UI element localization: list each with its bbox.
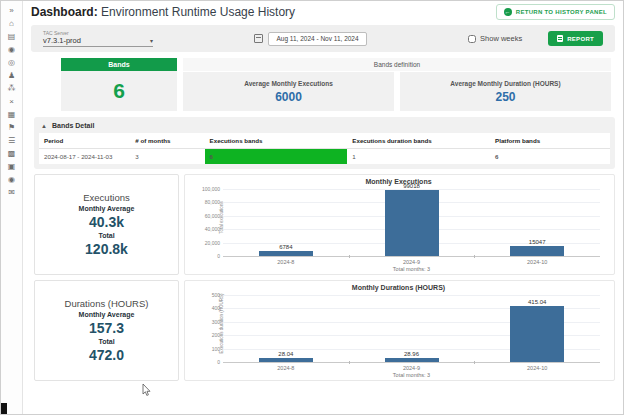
- monthly-executions-chart: Monthly Executions Total executions 020,…: [184, 174, 615, 275]
- page-title: Dashboard: Environment Runtime Usage His…: [31, 5, 295, 19]
- durations-total-value: 472.0: [89, 347, 124, 363]
- bar-2024-10: [510, 246, 564, 256]
- chevron-down-icon: ▾: [150, 37, 153, 44]
- expand-sidebar-icon[interactable]: »: [4, 4, 20, 17]
- chart-plot: 020,00040,00060,00080,000100,00067849901…: [223, 189, 600, 257]
- tac-server-value: v7.3.1-prod: [43, 36, 81, 45]
- users-icon[interactable]: ⁂: [4, 82, 20, 95]
- eye-icon[interactable]: ◉: [4, 173, 20, 186]
- report-button[interactable]: REPORT: [548, 31, 603, 46]
- bands-card-header: Bands: [61, 58, 177, 71]
- left-sidebar: »⌂▤◉◎♟⁂×▦⚑☰▩▣◉✉: [1, 1, 23, 414]
- avg-monthly-duration-label: Average Monthly Duration (HOURS): [450, 80, 560, 87]
- table-header-row: Period # of months Executions bands Exec…: [39, 133, 610, 149]
- grid-icon[interactable]: ▦: [4, 108, 20, 121]
- y-tick-label: 100: [212, 346, 220, 352]
- settings-icon[interactable]: ◎: [4, 56, 20, 69]
- avg-monthly-duration-card: Average Monthly Duration (HOURS) 250: [400, 72, 611, 111]
- chart-plot: 010020030040050028.0428.96415.04: [223, 295, 600, 363]
- home-icon[interactable]: ⌂: [4, 17, 20, 30]
- copy-icon[interactable]: ▣: [4, 160, 20, 173]
- cell-platform-bands: 6: [490, 149, 610, 165]
- y-tick-label: 500: [212, 292, 220, 298]
- bar-2024-10: [510, 306, 564, 362]
- x-tick-label: 2024-9: [403, 365, 420, 371]
- bands-detail-title: Bands Detail: [52, 122, 94, 129]
- durations-avg-label: Monthly Average: [79, 311, 135, 318]
- monthly-durations-chart: Monthly Durations (HOURS) Executions dur…: [184, 280, 615, 381]
- flag-icon[interactable]: ⚑: [4, 121, 20, 134]
- bar-value-label: 6784: [279, 244, 292, 250]
- bar-value-label: 415.04: [528, 299, 546, 305]
- executions-row: Executions Monthly Average 40.3k Total 1…: [34, 174, 615, 275]
- chart-x-axis: 2024-82024-92024-10Total months: 3: [223, 257, 600, 273]
- cell-period: 2024-08-17 - 2024-11-03: [39, 149, 130, 165]
- pie-icon[interactable]: ◉: [4, 43, 20, 56]
- col-platform-bands: Platform bands: [490, 133, 610, 149]
- bar-2024-8: [259, 358, 313, 362]
- chart-title: Monthly Durations (HOURS): [193, 284, 604, 295]
- chat-icon[interactable]: ✉: [4, 186, 20, 199]
- x-tick-label: 2024-10: [527, 365, 547, 371]
- y-tick-label: 300: [212, 319, 220, 325]
- bar-value-label: 28.96: [404, 351, 419, 357]
- tac-server-field: TAC Server v7.3.1-prod ▾: [43, 30, 153, 47]
- cell-executions-bands: 6: [205, 149, 348, 165]
- modules-icon[interactable]: ▩: [4, 147, 20, 160]
- bands-card: Bands 6: [61, 58, 177, 111]
- bar-value-label: 28.04: [278, 351, 293, 357]
- executions-title: Executions: [83, 192, 129, 203]
- list-icon[interactable]: ☰: [4, 134, 20, 147]
- document-icon[interactable]: ▤: [4, 30, 20, 43]
- show-weeks-group: Show weeks: [468, 34, 522, 43]
- report-button-label: REPORT: [567, 36, 594, 42]
- durations-title: Durations (HOURS): [65, 298, 149, 309]
- bands-detail-table: Period # of months Executions bands Exec…: [39, 133, 610, 164]
- calendar-icon[interactable]: [254, 34, 263, 43]
- cell-executions-duration-bands: 1: [347, 149, 490, 165]
- shuffle-icon[interactable]: ×: [4, 95, 20, 108]
- y-tick-label: 400: [212, 305, 220, 311]
- y-tick-label: 200: [212, 332, 220, 338]
- bands-count: 6: [61, 71, 177, 111]
- chart-x-axis: 2024-82024-92024-10Total months: 3: [223, 363, 600, 379]
- executions-stats-card: Executions Monthly Average 40.3k Total 1…: [34, 174, 179, 275]
- y-tick-label: 0: [217, 359, 220, 365]
- date-range-input[interactable]: Aug 11, 2024 - Nov 11, 2024: [268, 32, 366, 46]
- app-window: »⌂▤◉◎♟⁂×▦⚑☰▩▣◉✉ Dashboard: Environment R…: [0, 0, 624, 415]
- col-executions-duration-bands: Executions duration bands: [347, 133, 490, 149]
- y-tick-label: 40,000: [205, 226, 220, 232]
- page-header: Dashboard: Environment Runtime Usage His…: [23, 1, 623, 23]
- y-tick-label: 80,000: [205, 199, 220, 205]
- bar-2024-8: [259, 251, 313, 256]
- user-icon[interactable]: ♟: [4, 69, 20, 82]
- gridline: [223, 295, 600, 296]
- chart-title: Monthly Executions: [193, 178, 604, 189]
- y-tick-label: 20,000: [205, 240, 220, 246]
- executions-avg-label: Monthly Average: [79, 205, 135, 212]
- x-tick-label: 2024-9: [403, 259, 420, 265]
- bar-2024-9: [385, 190, 439, 256]
- x-tick-label: 2024-8: [277, 259, 294, 265]
- avg-monthly-duration-value: 250: [495, 90, 515, 104]
- return-to-history-button[interactable]: ← RETURN TO HISTORY PANEL: [496, 4, 615, 20]
- col-months: # of months: [130, 133, 204, 149]
- main-content: Dashboard: Environment Runtime Usage His…: [23, 1, 623, 414]
- durations-total-label: Total: [98, 338, 114, 345]
- collapse-chevron-icon[interactable]: ▲: [41, 123, 47, 129]
- mouse-cursor: [142, 384, 151, 397]
- col-executions-bands: Executions bands: [205, 133, 348, 149]
- show-weeks-checkbox[interactable]: [468, 35, 476, 43]
- bands-summary: Bands 6 Bands definition Average Monthly…: [61, 58, 611, 111]
- corner-mark: [1, 403, 7, 414]
- durations-stats-card: Durations (HOURS) Monthly Average 157.3 …: [34, 280, 179, 381]
- avg-monthly-executions-value: 6000: [275, 90, 302, 104]
- return-button-label: RETURN TO HISTORY PANEL: [516, 9, 607, 15]
- bands-definition-header: Bands definition: [183, 58, 611, 71]
- executions-total-value: 120.8k: [85, 241, 128, 257]
- page-title-prefix: Dashboard:: [31, 5, 98, 19]
- durations-row: Durations (HOURS) Monthly Average 157.3 …: [34, 280, 615, 381]
- y-tick-label: 0: [217, 253, 220, 259]
- durations-avg-value: 157.3: [89, 320, 124, 336]
- tac-server-select[interactable]: v7.3.1-prod ▾: [43, 36, 153, 47]
